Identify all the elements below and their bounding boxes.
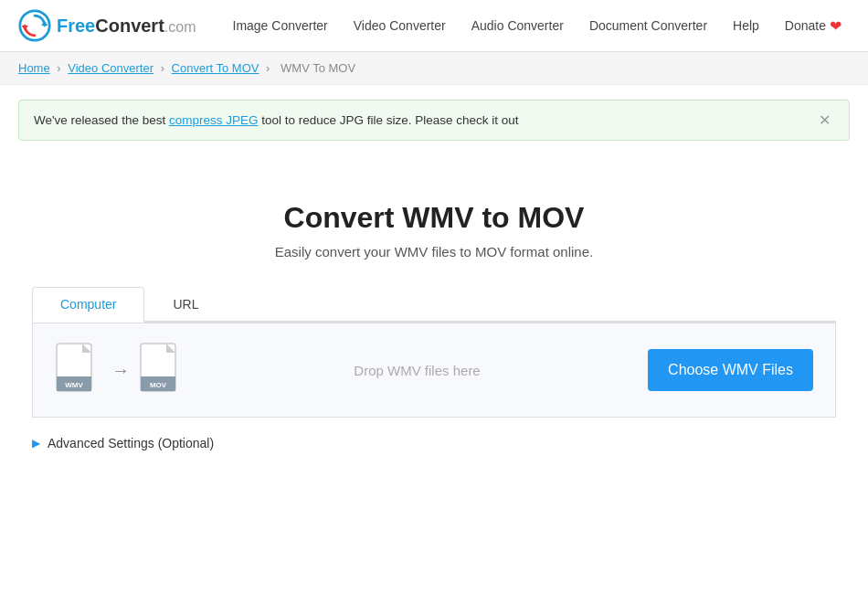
file-icons: WMV → MOV <box>55 342 186 398</box>
nav-video-converter[interactable]: Video Converter <box>354 18 446 33</box>
hero-section: Convert WMV to MOV Easily convert your W… <box>32 174 836 278</box>
target-file-icon: MOV <box>139 342 186 398</box>
heart-icon: ❤ <box>830 17 842 35</box>
header: FreeConvert.com Image Converter Video Co… <box>0 0 868 52</box>
breadcrumb-sep-2: › <box>161 61 164 75</box>
breadcrumb-home[interactable]: Home <box>18 61 50 75</box>
breadcrumb-current: WMV To MOV <box>281 61 355 75</box>
convert-arrow-icon: → <box>111 360 130 381</box>
page-subtitle: Easily convert your WMV files to MOV for… <box>32 244 836 259</box>
breadcrumb: Home › Video Converter › Convert To MOV … <box>0 52 868 85</box>
advanced-settings-toggle[interactable]: ▶ Advanced Settings (Optional) <box>32 436 836 450</box>
dropzone[interactable]: WMV → MOV Drop WMV files here Choose WMV… <box>32 323 836 418</box>
nav-image-converter[interactable]: Image Converter <box>233 18 328 33</box>
upload-tabs: Computer URL <box>32 287 836 323</box>
nav-document-converter[interactable]: Document Converter <box>589 18 707 33</box>
nav-donate[interactable]: Donate ❤ <box>785 17 842 35</box>
tab-computer[interactable]: Computer <box>32 287 144 323</box>
nav-audio-converter[interactable]: Audio Converter <box>471 18 564 33</box>
alert-text: We've released the best compress JPEG to… <box>34 113 519 127</box>
main-content: Convert WMV to MOV Easily convert your W… <box>14 155 854 460</box>
breadcrumb-sep-3: › <box>266 61 270 75</box>
advanced-settings-label: Advanced Settings (Optional) <box>48 436 214 450</box>
logo[interactable]: FreeConvert.com <box>18 9 196 42</box>
svg-text:WMV: WMV <box>65 381 83 389</box>
main-nav: Image Converter Video Converter Audio Co… <box>233 17 851 35</box>
breadcrumb-convert-to-mov[interactable]: Convert To MOV <box>172 61 259 75</box>
tab-url[interactable]: URL <box>144 287 227 321</box>
alert-close-button[interactable]: ✕ <box>815 111 834 129</box>
drop-text: Drop WMV files here <box>205 363 630 378</box>
alert-banner: We've released the best compress JPEG to… <box>18 100 850 141</box>
logo-text: FreeConvert.com <box>57 16 196 37</box>
page-title: Convert WMV to MOV <box>32 201 836 235</box>
breadcrumb-video-converter[interactable]: Video Converter <box>68 61 153 75</box>
logo-icon <box>18 9 51 42</box>
advanced-arrow-icon: ▶ <box>32 437 40 450</box>
choose-files-button[interactable]: Choose WMV Files <box>648 349 813 391</box>
svg-marker-1 <box>41 21 48 26</box>
alert-link[interactable]: compress JPEG <box>169 113 259 127</box>
nav-help[interactable]: Help <box>733 18 759 33</box>
breadcrumb-sep-1: › <box>57 61 60 75</box>
source-file-icon: WMV <box>55 342 102 398</box>
svg-text:MOV: MOV <box>150 381 167 389</box>
svg-marker-2 <box>22 26 28 30</box>
